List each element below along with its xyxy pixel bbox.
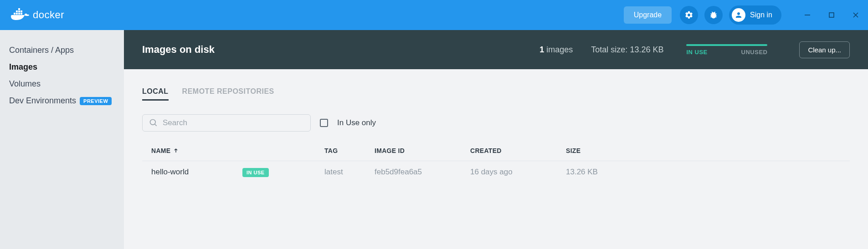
settings-button[interactable] [680, 6, 698, 24]
svg-rect-2 [18, 13, 20, 15]
whale-icon [11, 8, 30, 22]
page-title: Images on disk [142, 44, 215, 56]
svg-rect-7 [18, 8, 20, 10]
col-image-id[interactable]: IMAGE ID [375, 147, 470, 154]
col-name[interactable]: NAME [151, 147, 242, 154]
search-icon [149, 118, 158, 127]
avatar-icon [732, 8, 745, 22]
table-row[interactable]: hello-world IN USE latest feb5d9fea6a5 1… [142, 161, 850, 183]
usage-inuse-label: IN USE [686, 49, 707, 56]
brand-text: docker [33, 9, 64, 21]
tabs: LOCAL REMOTE REPOSITORIES [124, 69, 868, 101]
usage-meter: IN USE UNUSED [686, 44, 767, 56]
cell-tag: latest [324, 168, 375, 177]
upgrade-button[interactable]: Upgrade [624, 6, 672, 24]
sidebar-item-images[interactable]: Images [9, 59, 115, 76]
sidebar-item-volumes[interactable]: Volumes [9, 76, 115, 92]
signin-label: Sign in [750, 11, 772, 19]
signin-button[interactable]: Sign in [729, 5, 781, 25]
col-created[interactable]: CREATED [470, 147, 566, 154]
titlebar: docker Upgrade Sign in [0, 0, 868, 30]
svg-rect-9 [829, 13, 834, 17]
search-box[interactable] [142, 114, 311, 132]
svg-line-13 [155, 124, 157, 126]
tab-remote[interactable]: REMOTE REPOSITORIES [182, 87, 274, 101]
disk-header: Images on disk 1 images Total size: 13.2… [124, 30, 868, 69]
svg-rect-3 [21, 13, 22, 15]
preview-badge: PREVIEW [80, 97, 112, 105]
filter-row: In Use only [124, 101, 868, 141]
cell-created: 16 days ago [470, 168, 566, 177]
cell-name: hello-world [151, 168, 242, 177]
sidebar-item-dev-environments[interactable]: Dev Environments PREVIEW [9, 92, 115, 109]
svg-rect-0 [14, 13, 15, 15]
usage-unused-label: UNUSED [741, 49, 768, 56]
inuse-badge: IN USE [242, 168, 269, 177]
cleanup-button[interactable]: Clean up... [799, 41, 850, 58]
usage-bar [686, 44, 767, 46]
images-table: NAME TAG IMAGE ID CREATED SIZE hello-wor… [124, 141, 868, 183]
svg-rect-6 [21, 10, 22, 12]
troubleshoot-button[interactable] [704, 6, 723, 24]
maximize-button[interactable] [829, 12, 834, 18]
svg-rect-4 [16, 10, 18, 12]
inuse-only-label: In Use only [337, 118, 376, 127]
cell-size: 13.26 KB [566, 168, 841, 177]
main-content: Images on disk 1 images Total size: 13.2… [124, 30, 868, 249]
bug-icon [709, 10, 718, 20]
table-header: NAME TAG IMAGE ID CREATED SIZE [142, 141, 850, 161]
sort-asc-icon [173, 148, 179, 153]
image-count: 1 images [539, 45, 573, 55]
inuse-only-checkbox[interactable] [320, 119, 328, 127]
close-button[interactable] [853, 12, 859, 18]
col-tag[interactable]: TAG [324, 147, 375, 154]
svg-point-12 [150, 120, 156, 125]
sidebar: Containers / Apps Images Volumes Dev Env… [0, 30, 124, 249]
minimize-button[interactable] [804, 12, 811, 18]
sidebar-item-containers[interactable]: Containers / Apps [9, 42, 115, 59]
docker-logo: docker [11, 8, 64, 22]
cell-image-id: feb5d9fea6a5 [375, 168, 470, 177]
total-size: Total size: 13.26 KB [591, 45, 663, 55]
svg-rect-5 [18, 10, 20, 12]
tab-local[interactable]: LOCAL [142, 87, 169, 101]
col-size[interactable]: SIZE [566, 147, 841, 154]
gear-icon [684, 10, 693, 20]
window-controls [804, 12, 859, 18]
svg-rect-1 [16, 13, 18, 15]
search-input[interactable] [163, 118, 304, 127]
